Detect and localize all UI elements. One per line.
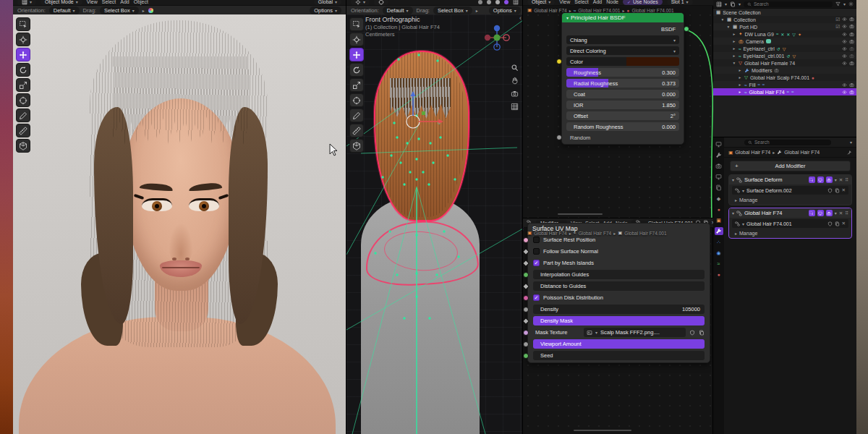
row-poisson-disk-distribution[interactable]: ✓ Poisson Disk Distribution (533, 293, 705, 302)
expand-icon[interactable]: ▸ (732, 54, 736, 58)
drag-handle-icon[interactable]: ⠿ (845, 177, 848, 183)
eye-icon[interactable] (842, 32, 847, 37)
rendered-portrait[interactable] (13, 14, 346, 434)
extras-dropdown[interactable]: ▾ (835, 177, 837, 182)
collapse-icon[interactable]: ▾ (566, 15, 569, 20)
roughness-slider[interactable]: Roughness 0.300 (566, 68, 679, 77)
camera-visibility-icon[interactable] (849, 32, 854, 37)
tab-particles[interactable]: ∴ (715, 238, 723, 246)
row-follow-surface-normal[interactable]: Follow Surface Normal (533, 247, 705, 256)
orientation-select[interactable]: Default▾ (383, 7, 413, 14)
tab-render[interactable] (715, 162, 723, 170)
row-distance-to-guides[interactable]: Distance to Guides (533, 281, 705, 291)
drag-select[interactable]: Select Box▾ (433, 7, 472, 14)
toggle-realtime[interactable] (817, 176, 824, 183)
eye-icon[interactable] (842, 54, 847, 59)
filter-funnel-icon[interactable] (835, 1, 841, 7)
tab-object[interactable]: ▣ (715, 216, 723, 224)
copies-icon[interactable] (699, 330, 705, 336)
outliner-search-input[interactable]: Search (744, 1, 833, 7)
eye-icon[interactable] (842, 17, 847, 22)
unlink-icon[interactable]: ✕ (842, 221, 846, 226)
expand-icon[interactable]: ▸ (732, 46, 736, 51)
options-dropdown[interactable]: ▾ (850, 140, 852, 145)
eye-icon[interactable] (842, 46, 847, 51)
tool-transform[interactable] (349, 93, 364, 107)
tool-add-cube[interactable] (349, 139, 364, 153)
tool-add-cube[interactable] (16, 139, 30, 153)
eye-icon[interactable] (842, 90, 847, 95)
row-density-mask[interactable]: Density Mask (533, 316, 705, 326)
modifier-header[interactable]: ▾ Surface Deform ▾ ✕ ⠿ (729, 175, 851, 184)
tool-rotate[interactable] (349, 63, 364, 77)
tool-measure[interactable] (16, 124, 30, 137)
expand-icon[interactable]: ▸ (738, 82, 742, 87)
copies-icon[interactable] (835, 188, 840, 193)
eye-icon[interactable] (842, 61, 847, 66)
expand-icon[interactable]: ▸ (732, 32, 736, 36)
sidebar-collapse-arrow[interactable]: ‹ (519, 14, 522, 22)
camera-visibility-icon[interactable] (849, 24, 854, 29)
drag-select[interactable]: Select Box▾ (100, 7, 139, 14)
collapse-icon[interactable]: ▾ (732, 177, 734, 182)
row-seed[interactable]: Seed (533, 351, 705, 360)
exclude-checkbox[interactable]: ☑ (835, 17, 840, 22)
camera-visibility-icon[interactable] (849, 54, 854, 59)
slot-select[interactable]: Slot 1▾ (667, 0, 693, 5)
toggle-render[interactable] (826, 176, 833, 183)
collapse-icon[interactable]: ▾ (732, 210, 734, 216)
parametrization-select[interactable]: Direct Coloring▾ (566, 46, 679, 55)
solid-viewport-canvas[interactable] (346, 14, 523, 434)
expand-icon[interactable]: ▸ (738, 68, 742, 72)
camera-visibility-icon[interactable] (849, 17, 854, 22)
tab-view-layer[interactable] (715, 184, 723, 192)
editor-type-button[interactable]: ▾ (17, 0, 36, 6)
offset-slider[interactable]: Offset 2° (566, 111, 679, 120)
modifier-header[interactable]: ▾ Global Hair F74 ▾ ✕ ⠿ (729, 208, 851, 218)
tab-world[interactable]: ● (715, 205, 723, 213)
tool-annotate[interactable] (16, 109, 30, 122)
row-global-hair-female-74[interactable]: ▾ ▽ Global Hair Female 74 (713, 59, 856, 67)
camera-visibility-icon[interactable] (849, 90, 854, 95)
row-fill[interactable]: ▸ ≈ Fill ≈ ≈ (713, 81, 856, 88)
expand-icon[interactable]: ▸ (738, 90, 742, 94)
output-bsdf[interactable]: BSDF (566, 25, 679, 33)
tab-physics[interactable]: ◉ (715, 249, 723, 257)
expand-icon[interactable]: ▾ (726, 25, 731, 29)
display-mode-icon[interactable] (730, 1, 736, 7)
tool-scale[interactable] (16, 78, 30, 92)
pin-icon[interactable] (846, 150, 852, 156)
expand-icon[interactable]: ▸ (732, 39, 736, 43)
eye-icon[interactable] (842, 82, 847, 88)
tool-move[interactable] (349, 48, 364, 61)
tool-annotate[interactable] (349, 109, 364, 122)
editor-type-icon[interactable] (715, 140, 723, 148)
row-modifiers[interactable]: ▸ Modifiers (713, 67, 856, 74)
row-eyehazel-ctrl[interactable]: ▸ ≈ EyeHazel_ctrl ↺ ▽ (713, 45, 856, 52)
color-swatch[interactable] (626, 57, 679, 66)
node-group-selector[interactable]: ▾ Global Hair F74.001 ✕ (732, 219, 848, 228)
transform-orientation-select[interactable]: Global▾ (314, 0, 341, 5)
checkbox-off[interactable] (533, 248, 540, 255)
snap-button[interactable]: ▾ (351, 0, 370, 6)
fake-user-shield-icon[interactable] (689, 330, 695, 336)
tool-transform[interactable] (16, 93, 30, 107)
shading-wireframe-icon[interactable] (478, 0, 482, 4)
menu-view[interactable]: View (87, 0, 98, 4)
row-interpolation-guides[interactable]: Interpolation Guides (533, 270, 705, 279)
row-scene-collection[interactable]: ▦ Scene Collection (713, 9, 856, 16)
delete-modifier-icon[interactable]: ✕ (839, 210, 843, 216)
menu-select[interactable]: Select (574, 0, 588, 4)
exclude-checkbox[interactable]: ☑ (835, 24, 840, 30)
copies-icon[interactable] (835, 221, 840, 226)
fake-user-shield-icon[interactable] (827, 221, 833, 226)
use-nodes-toggle[interactable]: ✓Use Nodes (623, 0, 663, 5)
shading-solid-icon[interactable] (487, 0, 491, 4)
tab-tool[interactable] (715, 151, 723, 159)
menu-object[interactable]: Object (134, 0, 148, 4)
menu-view[interactable]: View (559, 0, 570, 4)
ior-slider[interactable]: IOR 1.850 (566, 101, 679, 109)
node-header[interactable]: ▾ Principled Hair BSDF (562, 13, 684, 22)
random-roughness-slider[interactable]: Random Roughness 0.000 (566, 122, 679, 131)
orientation-select[interactable]: Default▾ (49, 7, 80, 14)
